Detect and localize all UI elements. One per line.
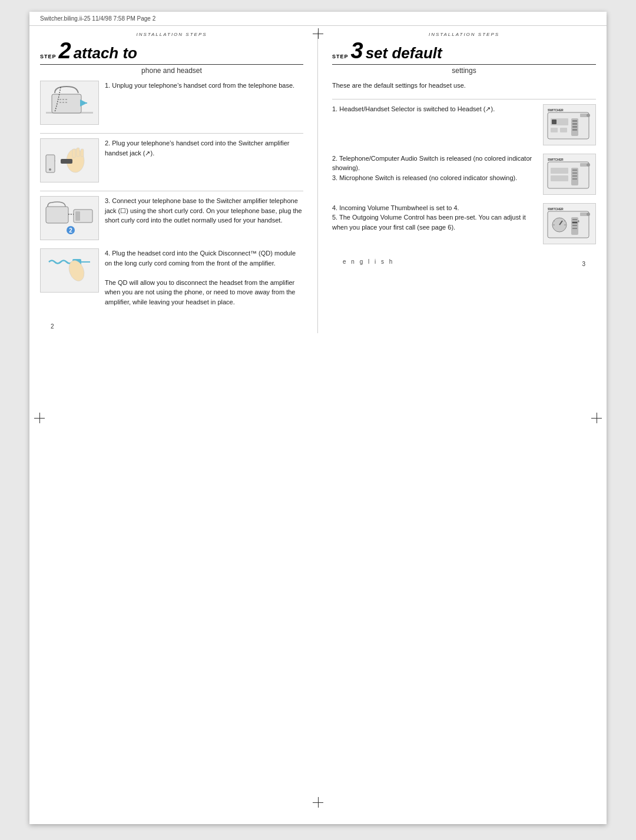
svg-rect-1 [52, 94, 81, 113]
left-page-number: 2 [51, 323, 54, 330]
right-instruction-2-image: SWITCHER [543, 154, 596, 195]
right-instruction-1-image: SWITCHER [543, 104, 596, 145]
svg-rect-37 [580, 163, 587, 167]
svg-text:SWITCHER: SWITCHER [548, 207, 564, 211]
svg-rect-39 [551, 168, 568, 174]
svg-rect-40 [551, 175, 568, 181]
right-instruction-2: 2. Telephone/Computer Audio Switch is re… [332, 154, 596, 195]
reg-mark-top [313, 28, 323, 39]
svg-rect-4 [65, 99, 67, 100]
svg-rect-3 [62, 99, 64, 100]
svg-rect-12 [61, 159, 72, 164]
right-step-label: STEP [332, 54, 349, 59]
svg-point-38 [587, 163, 590, 167]
right-instruction-4-image: SWITCHER 4 [543, 203, 596, 244]
reg-mark-bottom [313, 797, 323, 808]
svg-rect-11 [81, 149, 84, 157]
svg-rect-53 [572, 225, 577, 226]
svg-point-25 [587, 114, 590, 117]
instruction-2-text: 2. Plug your telephone’s handset cord in… [105, 138, 303, 158]
right-instruction-4: 4. Incoming Volume Thumbwheel is set to … [332, 203, 596, 244]
svg-point-14 [49, 168, 51, 171]
right-instruction-1-text: 1. Headset/Handset Selector is switched … [332, 104, 537, 114]
left-step-label: STEP [40, 54, 57, 59]
english-label: e n g l i s h [343, 258, 394, 265]
svg-rect-15 [46, 207, 68, 223]
svg-rect-9 [72, 149, 75, 158]
right-instruction-1: 1. Headset/Handset Selector is switched … [332, 104, 596, 145]
svg-rect-51 [572, 219, 577, 220]
instruction-1: 1. Unplug your telephone’s handset cord … [40, 81, 303, 125]
left-step-subtitle: phone and headset [40, 67, 303, 75]
svg-rect-6 [62, 102, 64, 103]
right-section-label: INSTALLATION STEPS [332, 32, 596, 37]
instruction-4-text: 4. Plug the headset cord into the Quick … [105, 248, 303, 307]
left-section-label: INSTALLATION STEPS [40, 32, 303, 37]
right-step-title: STEP 3 set default [332, 39, 596, 65]
right-step-subtitle: settings [332, 67, 596, 75]
instruction-3-text: 3. Connect your telephone base to the Sw… [105, 196, 303, 225]
reg-mark-right [591, 413, 602, 423]
svg-text:2: 2 [69, 227, 72, 234]
right-page-number: 3 [582, 261, 585, 267]
svg-rect-5 [59, 102, 61, 103]
svg-rect-42 [572, 170, 577, 171]
headset-qd-svg [43, 250, 96, 291]
svg-text:4: 4 [578, 220, 579, 223]
svg-rect-44 [572, 175, 577, 177]
svg-rect-48 [580, 213, 587, 216]
instruction-1-image [40, 81, 99, 125]
svg-rect-43 [572, 172, 577, 174]
reg-mark-left [34, 413, 45, 423]
svg-rect-54 [572, 228, 577, 229]
svg-rect-7 [65, 102, 67, 103]
instruction-4-image [40, 248, 99, 293]
right-step-number: 3 [351, 39, 363, 62]
instruction-3: 2 3. Connect your telephone base to the … [40, 196, 303, 240]
svg-rect-30 [572, 123, 577, 125]
svg-rect-33 [551, 128, 558, 132]
svg-text:SWITCHER: SWITCHER [548, 108, 564, 112]
instruction-2-image [40, 138, 99, 182]
right-instruction-4-text: 4. Incoming Volume Thumbwheel is set to … [332, 203, 537, 233]
right-step-text: set default [366, 44, 442, 62]
svg-rect-2 [59, 99, 61, 100]
svg-rect-17 [75, 211, 80, 221]
instruction-3-image: 2 [40, 196, 99, 240]
phone-device-svg: 2 [43, 198, 96, 239]
switcher-top-svg: SWITCHER [545, 105, 595, 144]
right-footer: e n g l i s h 3 [332, 253, 596, 271]
instruction-1-text: 1. Unplug your telephone’s handset cord … [105, 81, 303, 91]
svg-rect-10 [77, 148, 80, 157]
left-column: INSTALLATION STEPS STEP 2 attach to phon… [40, 32, 318, 333]
right-intro-text: These are the default settings for heads… [332, 81, 596, 91]
instruction-2: 2. Plug your telephone’s handset cord in… [40, 138, 303, 182]
page-header: Switcher.biling.ii-25 11/4/98 7:58 PM Pa… [29, 12, 607, 26]
svg-rect-27 [552, 119, 556, 124]
right-column: INSTALLATION STEPS STEP 3 set default se… [318, 32, 596, 333]
switcher-middle-svg: SWITCHER [545, 155, 595, 193]
header-text: Switcher.biling.ii-25 11/4/98 7:58 PM Pa… [40, 15, 155, 22]
svg-rect-45 [572, 178, 577, 180]
phone-desk-svg [43, 82, 96, 124]
svg-rect-29 [572, 120, 577, 122]
svg-rect-31 [572, 126, 577, 128]
left-step-text: attach to [74, 44, 137, 62]
left-step-title: STEP 2 attach to [40, 39, 303, 65]
plug-cord-svg [43, 140, 96, 181]
svg-point-49 [587, 213, 590, 216]
right-divider-1 [332, 99, 596, 99]
svg-rect-32 [572, 129, 577, 131]
content-area: INSTALLATION STEPS STEP 2 attach to phon… [29, 26, 607, 345]
divider-2 [40, 191, 303, 191]
left-footer: 2 [40, 315, 303, 333]
left-step-number: 2 [59, 39, 71, 62]
page: Switcher.biling.ii-25 11/4/98 7:58 PM Pa… [29, 12, 607, 824]
right-instruction-2-text: 2. Telephone/Computer Audio Switch is re… [332, 154, 537, 183]
svg-rect-52 [572, 222, 577, 223]
instruction-4: 4. Plug the headset cord into the Quick … [40, 248, 303, 307]
switcher-bottom-svg: SWITCHER 4 [545, 204, 595, 243]
svg-rect-24 [580, 114, 587, 117]
divider-1 [40, 133, 303, 134]
svg-text:SWITCHER: SWITCHER [548, 158, 564, 161]
